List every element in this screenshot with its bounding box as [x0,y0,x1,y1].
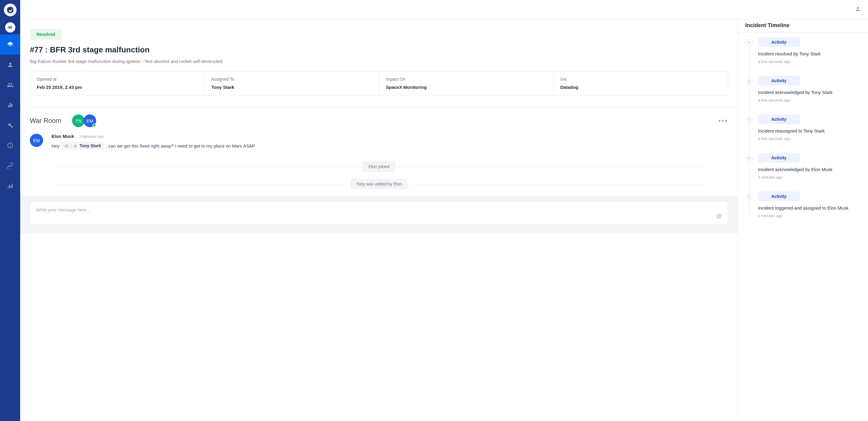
status-badge: Resolved [30,29,62,40]
nav-integrations[interactable] [0,155,20,175]
nav-analytics[interactable] [0,95,20,115]
timeline-text: Incident reassigned to Tony Stark [758,128,861,133]
timeline-panel: Incident Timeline Activity Incident reso… [738,19,868,421]
meta-assigned: Assigned To Tony Stark [205,71,379,95]
warroom-title: War Room [30,117,61,125]
wrench-icon [7,122,13,129]
warroom-header: War Room TS EM [20,107,738,131]
mention-button[interactable]: @ [716,213,722,219]
incident-description: Big Falcon Rocket 3rd stage malfunction … [30,59,728,64]
users-icon [7,82,13,88]
timeline-time: a few seconds ago [758,98,861,102]
nav-schedule[interactable] [0,135,20,155]
timeline-text: Incident resolved by Tony Stark [758,51,861,56]
avatar-em[interactable]: EM [84,115,96,127]
nav-team[interactable] [0,75,20,95]
timeline-dot [746,155,752,161]
timeline-text: Incident triggered and assigned to Elon … [758,205,861,210]
timeline-item: Activity Incident triggered and assigned… [745,192,861,218]
topbar [20,0,868,19]
timeline-text: Incident acknowledged by Tony Stark [758,90,861,95]
activity-badge: Activity [758,37,800,47]
nav-reports[interactable] [0,175,20,196]
timeline-dot [746,116,752,123]
chart-icon [7,183,13,189]
activity-badge: Activity [758,192,800,201]
incident-meta: Opened at Feb 25 2019, 2:43 pm Assigned … [30,71,728,95]
incident-title: #77 : BFR 3rd stage malfunction [30,45,728,55]
timeline-item: Activity Incident reassigned to Tony Sta… [745,115,861,141]
timeline-item: Activity Incident acknowledged by Elon M… [745,153,861,180]
chat-message: EM Elon Musk 3 Minutes Ago Hey @ Tony St… [20,131,738,155]
message-text: Hey @ Tony Stark , can we get this fixed… [52,142,728,150]
timeline-text: Incident acknowledged by Elon Musk [758,167,861,172]
meta-opened: Opened at Feb 25 2019, 2:43 pm [30,71,205,95]
bar-chart-icon [7,102,13,108]
incident-header: Resolved #77 : BFR 3rd stage malfunction… [20,19,738,95]
link-icon [7,162,13,169]
timeline-dot [746,193,752,200]
activity-badge: Activity [758,115,800,124]
nav-user[interactable] [0,55,20,75]
timeline-dot [746,39,752,46]
activity-badge: Activity [758,76,800,86]
system-notice: Tony was added by Elon [20,179,738,189]
timeline-dot [746,78,752,84]
meta-via: Via Datadog [554,71,728,95]
workspace-switcher[interactable]: W [5,22,16,33]
logo[interactable] [4,4,17,16]
timeline-time: 5 minutes ago [758,214,861,218]
activity-badge: Activity [758,153,800,163]
clock-icon [7,142,13,149]
timeline-item: Activity Incident acknowledged by Tony S… [745,76,861,102]
avatar-ts[interactable]: TS [72,115,85,127]
meta-impact: Impact On SpaceX Monitoring [379,71,554,95]
timeline-time: a few seconds ago [758,136,861,141]
participant-avatars: TS EM [72,115,96,127]
timeline-time: a few seconds ago [758,59,861,64]
message-input[interactable] [36,207,716,212]
user-icon [855,6,861,12]
warroom-menu[interactable] [717,119,728,123]
timeline-title: Incident Timeline [738,22,868,32]
at-icon: @ [64,144,71,148]
profile-menu[interactable] [855,6,861,13]
layers-icon [7,41,13,48]
nav-tools[interactable] [0,115,20,135]
message-time: 3 Minutes Ago [79,134,104,139]
presence-indicator [93,124,96,127]
system-notice: Elon joined [20,161,738,172]
timeline-item: Activity Incident resolved by Tony Stark… [745,37,861,64]
user-icon [73,144,77,148]
user-icon [7,61,13,68]
message-composer[interactable]: @ [30,201,728,225]
message-avatar[interactable]: EM [30,134,43,147]
timeline-time: 5 minutes ago [758,175,861,180]
sidebar: W [0,0,20,421]
message-author: Elon Musk [52,134,74,139]
nav-incidents[interactable] [0,34,20,55]
mention-chip[interactable]: @ Tony Stark [61,142,104,150]
